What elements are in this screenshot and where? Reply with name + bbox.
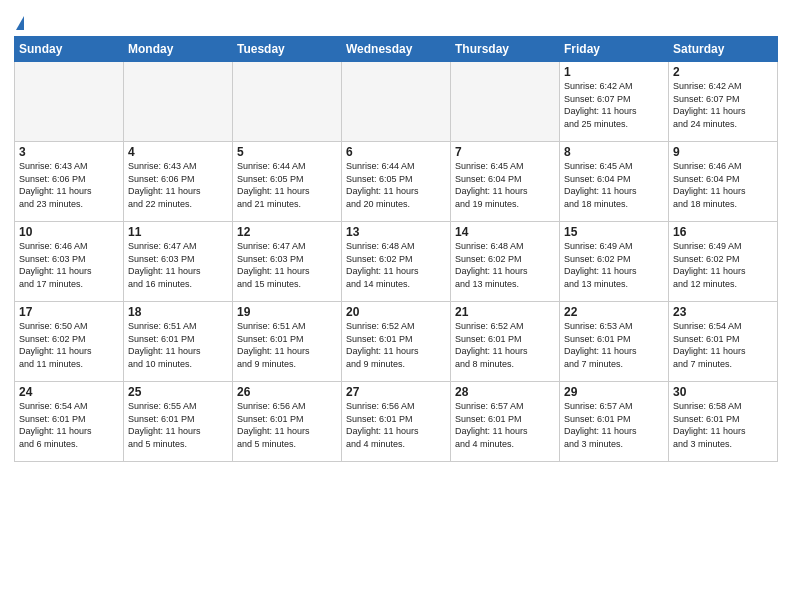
calendar-cell: 7Sunrise: 6:45 AM Sunset: 6:04 PM Daylig… (451, 142, 560, 222)
calendar-cell: 14Sunrise: 6:48 AM Sunset: 6:02 PM Dayli… (451, 222, 560, 302)
day-info: Sunrise: 6:50 AM Sunset: 6:02 PM Dayligh… (19, 320, 119, 370)
day-number: 3 (19, 145, 119, 159)
calendar-cell: 18Sunrise: 6:51 AM Sunset: 6:01 PM Dayli… (124, 302, 233, 382)
calendar-cell: 29Sunrise: 6:57 AM Sunset: 6:01 PM Dayli… (560, 382, 669, 462)
calendar-week-row: 24Sunrise: 6:54 AM Sunset: 6:01 PM Dayli… (15, 382, 778, 462)
calendar-cell: 12Sunrise: 6:47 AM Sunset: 6:03 PM Dayli… (233, 222, 342, 302)
day-number: 4 (128, 145, 228, 159)
day-info: Sunrise: 6:55 AM Sunset: 6:01 PM Dayligh… (128, 400, 228, 450)
logo-triangle-icon (16, 16, 24, 30)
day-info: Sunrise: 6:52 AM Sunset: 6:01 PM Dayligh… (455, 320, 555, 370)
calendar-cell: 19Sunrise: 6:51 AM Sunset: 6:01 PM Dayli… (233, 302, 342, 382)
header (14, 10, 778, 30)
calendar-week-row: 10Sunrise: 6:46 AM Sunset: 6:03 PM Dayli… (15, 222, 778, 302)
day-number: 25 (128, 385, 228, 399)
day-info: Sunrise: 6:43 AM Sunset: 6:06 PM Dayligh… (19, 160, 119, 210)
weekday-header-sunday: Sunday (15, 37, 124, 62)
weekday-header-tuesday: Tuesday (233, 37, 342, 62)
day-info: Sunrise: 6:44 AM Sunset: 6:05 PM Dayligh… (237, 160, 337, 210)
calendar-cell (15, 62, 124, 142)
calendar-cell: 4Sunrise: 6:43 AM Sunset: 6:06 PM Daylig… (124, 142, 233, 222)
weekday-header-saturday: Saturday (669, 37, 778, 62)
day-info: Sunrise: 6:52 AM Sunset: 6:01 PM Dayligh… (346, 320, 446, 370)
calendar-cell: 22Sunrise: 6:53 AM Sunset: 6:01 PM Dayli… (560, 302, 669, 382)
day-info: Sunrise: 6:47 AM Sunset: 6:03 PM Dayligh… (237, 240, 337, 290)
day-number: 9 (673, 145, 773, 159)
weekday-header-monday: Monday (124, 37, 233, 62)
day-number: 26 (237, 385, 337, 399)
day-number: 7 (455, 145, 555, 159)
day-number: 14 (455, 225, 555, 239)
day-info: Sunrise: 6:46 AM Sunset: 6:03 PM Dayligh… (19, 240, 119, 290)
calendar-cell: 3Sunrise: 6:43 AM Sunset: 6:06 PM Daylig… (15, 142, 124, 222)
calendar-week-row: 3Sunrise: 6:43 AM Sunset: 6:06 PM Daylig… (15, 142, 778, 222)
day-number: 10 (19, 225, 119, 239)
page: SundayMondayTuesdayWednesdayThursdayFrid… (0, 0, 792, 476)
day-info: Sunrise: 6:56 AM Sunset: 6:01 PM Dayligh… (237, 400, 337, 450)
logo (14, 16, 24, 30)
day-info: Sunrise: 6:43 AM Sunset: 6:06 PM Dayligh… (128, 160, 228, 210)
day-number: 20 (346, 305, 446, 319)
calendar-cell: 28Sunrise: 6:57 AM Sunset: 6:01 PM Dayli… (451, 382, 560, 462)
day-number: 6 (346, 145, 446, 159)
calendar-cell: 1Sunrise: 6:42 AM Sunset: 6:07 PM Daylig… (560, 62, 669, 142)
day-number: 18 (128, 305, 228, 319)
day-number: 8 (564, 145, 664, 159)
day-number: 11 (128, 225, 228, 239)
day-info: Sunrise: 6:54 AM Sunset: 6:01 PM Dayligh… (19, 400, 119, 450)
calendar-cell (124, 62, 233, 142)
day-number: 28 (455, 385, 555, 399)
day-number: 12 (237, 225, 337, 239)
calendar-cell: 10Sunrise: 6:46 AM Sunset: 6:03 PM Dayli… (15, 222, 124, 302)
calendar-cell: 13Sunrise: 6:48 AM Sunset: 6:02 PM Dayli… (342, 222, 451, 302)
calendar-cell: 27Sunrise: 6:56 AM Sunset: 6:01 PM Dayli… (342, 382, 451, 462)
calendar-cell: 20Sunrise: 6:52 AM Sunset: 6:01 PM Dayli… (342, 302, 451, 382)
day-info: Sunrise: 6:58 AM Sunset: 6:01 PM Dayligh… (673, 400, 773, 450)
day-number: 30 (673, 385, 773, 399)
day-info: Sunrise: 6:46 AM Sunset: 6:04 PM Dayligh… (673, 160, 773, 210)
day-info: Sunrise: 6:57 AM Sunset: 6:01 PM Dayligh… (455, 400, 555, 450)
day-info: Sunrise: 6:51 AM Sunset: 6:01 PM Dayligh… (128, 320, 228, 370)
day-info: Sunrise: 6:48 AM Sunset: 6:02 PM Dayligh… (346, 240, 446, 290)
calendar-week-row: 17Sunrise: 6:50 AM Sunset: 6:02 PM Dayli… (15, 302, 778, 382)
calendar-cell: 5Sunrise: 6:44 AM Sunset: 6:05 PM Daylig… (233, 142, 342, 222)
day-number: 1 (564, 65, 664, 79)
weekday-header-friday: Friday (560, 37, 669, 62)
day-number: 15 (564, 225, 664, 239)
weekday-header-thursday: Thursday (451, 37, 560, 62)
day-info: Sunrise: 6:51 AM Sunset: 6:01 PM Dayligh… (237, 320, 337, 370)
calendar-cell: 9Sunrise: 6:46 AM Sunset: 6:04 PM Daylig… (669, 142, 778, 222)
calendar-cell: 26Sunrise: 6:56 AM Sunset: 6:01 PM Dayli… (233, 382, 342, 462)
day-number: 17 (19, 305, 119, 319)
day-info: Sunrise: 6:53 AM Sunset: 6:01 PM Dayligh… (564, 320, 664, 370)
day-info: Sunrise: 6:49 AM Sunset: 6:02 PM Dayligh… (564, 240, 664, 290)
weekday-header-row: SundayMondayTuesdayWednesdayThursdayFrid… (15, 37, 778, 62)
day-info: Sunrise: 6:42 AM Sunset: 6:07 PM Dayligh… (673, 80, 773, 130)
day-info: Sunrise: 6:45 AM Sunset: 6:04 PM Dayligh… (564, 160, 664, 210)
weekday-header-wednesday: Wednesday (342, 37, 451, 62)
day-number: 2 (673, 65, 773, 79)
day-number: 29 (564, 385, 664, 399)
day-info: Sunrise: 6:44 AM Sunset: 6:05 PM Dayligh… (346, 160, 446, 210)
calendar-cell: 17Sunrise: 6:50 AM Sunset: 6:02 PM Dayli… (15, 302, 124, 382)
calendar-cell: 8Sunrise: 6:45 AM Sunset: 6:04 PM Daylig… (560, 142, 669, 222)
calendar-cell: 25Sunrise: 6:55 AM Sunset: 6:01 PM Dayli… (124, 382, 233, 462)
calendar-cell: 2Sunrise: 6:42 AM Sunset: 6:07 PM Daylig… (669, 62, 778, 142)
calendar-cell (233, 62, 342, 142)
day-number: 19 (237, 305, 337, 319)
day-info: Sunrise: 6:47 AM Sunset: 6:03 PM Dayligh… (128, 240, 228, 290)
calendar-cell: 16Sunrise: 6:49 AM Sunset: 6:02 PM Dayli… (669, 222, 778, 302)
day-info: Sunrise: 6:54 AM Sunset: 6:01 PM Dayligh… (673, 320, 773, 370)
calendar-cell: 23Sunrise: 6:54 AM Sunset: 6:01 PM Dayli… (669, 302, 778, 382)
calendar-week-row: 1Sunrise: 6:42 AM Sunset: 6:07 PM Daylig… (15, 62, 778, 142)
day-info: Sunrise: 6:42 AM Sunset: 6:07 PM Dayligh… (564, 80, 664, 130)
day-number: 16 (673, 225, 773, 239)
day-number: 23 (673, 305, 773, 319)
day-info: Sunrise: 6:45 AM Sunset: 6:04 PM Dayligh… (455, 160, 555, 210)
day-info: Sunrise: 6:48 AM Sunset: 6:02 PM Dayligh… (455, 240, 555, 290)
calendar-table: SundayMondayTuesdayWednesdayThursdayFrid… (14, 36, 778, 462)
calendar-cell: 21Sunrise: 6:52 AM Sunset: 6:01 PM Dayli… (451, 302, 560, 382)
calendar-cell (342, 62, 451, 142)
calendar-cell: 30Sunrise: 6:58 AM Sunset: 6:01 PM Dayli… (669, 382, 778, 462)
day-number: 5 (237, 145, 337, 159)
